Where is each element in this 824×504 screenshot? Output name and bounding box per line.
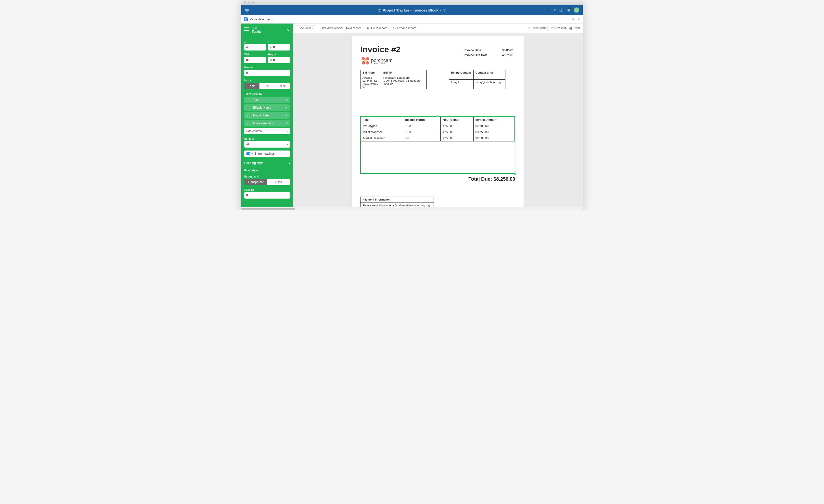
help-icon[interactable]: ? [559, 8, 563, 12]
x-input[interactable] [244, 44, 266, 50]
column-pill[interactable]: ⋮⋮Task✕ [244, 97, 290, 103]
total-due[interactable]: Total Due: $8,250.00 [360, 176, 515, 182]
avatar[interactable] [574, 7, 579, 13]
table-row[interactable]: Market Research8.0$250.00$2,000.00 [361, 135, 515, 141]
task-cell: $250.00 [441, 129, 473, 135]
bg-transparent[interactable]: Transparent [244, 179, 267, 185]
view-switcher[interactable]: Grid view ▾ [296, 25, 316, 31]
column-pill[interactable]: ⋮⋮Billable Hours✕ [244, 104, 290, 111]
show-headings-row[interactable]: Show headings [244, 150, 290, 157]
width-input[interactable] [244, 57, 266, 63]
done-editing-button[interactable]: ✕ Done editing [528, 26, 548, 30]
bill-table[interactable]: Bill From Bill To Airtable 12 34TH St Pl… [360, 70, 427, 89]
payment-line1: Please send all payments via wire to XXX… [363, 204, 395, 207]
present-button[interactable]: Present [551, 26, 566, 30]
svg-rect-9 [552, 27, 554, 29]
invoice-page[interactable]: Invoice #2 Invoice Date 3/28/2018 Invoic… [352, 36, 524, 207]
block-titlebar: ◧ Page designer ▾ ✕ [241, 15, 583, 23]
remove-column-icon[interactable]: ✕ [286, 106, 288, 109]
tasks-table-element[interactable]: TaskBillable HoursHourly RateInvoice Amo… [360, 116, 515, 174]
horizontal-scrollbar[interactable] [241, 207, 583, 210]
mode-list[interactable]: List [260, 83, 275, 89]
goto-record-button[interactable]: Go to record... [367, 26, 390, 30]
grip-icon[interactable]: ⋮⋮ [246, 106, 251, 109]
payment-info-box[interactable]: Payment Information Please send all paym… [360, 197, 434, 207]
contact-name: Feng Li [449, 80, 474, 89]
payment-line2: Or alternatively you may pay with a card… [395, 204, 432, 207]
title-caret-icon[interactable]: ▾ [440, 8, 441, 12]
app-header: Project Tracker - Invoices Block ▾ ? HEL… [241, 5, 583, 15]
bill-to-l1: Porchcam Singapore [383, 76, 424, 79]
width-label: Width [244, 53, 266, 56]
mode-segmented: Table List Inline [244, 83, 290, 89]
base-title[interactable]: Project Tracker - Invoices Block [383, 8, 438, 12]
contact-email: Feng@porchcam.sg [474, 80, 505, 89]
chevron-down-icon: ▾ [312, 26, 314, 30]
info-icon[interactable]: ? [443, 9, 446, 12]
remove-column-icon[interactable]: ✕ [286, 114, 288, 117]
mode-inline[interactable]: Inline [275, 83, 290, 89]
svg-rect-1 [379, 9, 380, 10]
close-block-icon[interactable]: ✕ [577, 17, 580, 21]
expand-record-button[interactable]: Expand record [393, 26, 416, 30]
traffic-min[interactable] [248, 1, 250, 4]
task-cell: $2,000.00 [473, 135, 515, 141]
flower-icon [362, 57, 369, 65]
prev-record-button[interactable]: ‹ Previous record [320, 26, 342, 30]
notifications-button[interactable]: 1 [567, 8, 571, 12]
bill-from-l1: Airtable [363, 76, 379, 79]
expand-icon [393, 27, 396, 29]
add-column-select[interactable]: Add column... ▾ [244, 128, 290, 134]
row-style-accordion[interactable]: Row style ‹ [244, 168, 290, 173]
view-name: Grid view [298, 26, 311, 30]
close-inspector-icon[interactable]: ✕ [287, 28, 290, 32]
next-record-button[interactable]: Next record › [346, 26, 364, 30]
remove-column-icon[interactable]: ✕ [286, 122, 288, 125]
grip-icon[interactable]: ⋮⋮ [246, 122, 251, 125]
present-label: Present [556, 26, 566, 30]
bill-to-cell: Porchcam Singapore 1 Lor 6 Toa Payoh, Si… [381, 75, 427, 89]
traffic-close[interactable] [244, 1, 246, 4]
heading-style-accordion[interactable]: Heading style ‹ [244, 160, 290, 166]
column-pill[interactable]: ⋮⋮Hourly Rate✕ [244, 112, 290, 119]
resize-handle-top[interactable] [437, 115, 439, 117]
task-cell: Initial proposal [361, 129, 403, 135]
design-canvas[interactable]: Invoice #2 Invoice Date 3/28/2018 Invoic… [293, 33, 583, 207]
print-label: Print [574, 26, 580, 30]
resize-handle-br[interactable] [514, 172, 516, 174]
column-pill[interactable]: ⋮⋮Invoice Amount✕ [244, 120, 290, 126]
borders-select[interactable]: All ▾ [244, 141, 290, 148]
rotation-input[interactable] [244, 70, 290, 76]
show-headings-toggle[interactable] [246, 152, 252, 155]
grip-icon[interactable]: ⋮⋮ [246, 114, 251, 117]
show-headings-label: Show headings [254, 152, 275, 155]
table-row[interactable]: Initial proposal15.0$250.00$3,750.00 [361, 129, 515, 135]
total-due-label: Total Due: [469, 176, 492, 181]
traffic-max[interactable] [252, 1, 255, 4]
grip-icon[interactable]: ⋮⋮ [246, 99, 251, 101]
rotation-label: Rotation [244, 66, 290, 69]
mode-table[interactable]: Table [244, 83, 260, 89]
help-link[interactable]: HELP [548, 9, 556, 11]
gear-icon[interactable] [572, 17, 575, 21]
height-input[interactable] [268, 57, 290, 63]
block-caret-icon[interactable]: ▾ [271, 17, 273, 21]
column-pill-label: Billable Hours [253, 106, 271, 109]
block-name[interactable]: Page designer [250, 17, 270, 21]
padding-input[interactable] [244, 192, 290, 199]
borders-value: All [246, 143, 249, 146]
y-input[interactable] [268, 44, 290, 50]
svg-text:?: ? [561, 9, 562, 11]
contact-table[interactable]: Billing Contact Contact Email Feng Li Fe… [449, 70, 505, 89]
contact-header: Billing Contact [449, 70, 474, 80]
scrollbar-thumb[interactable] [241, 208, 295, 210]
table-row[interactable]: Prototypes10.0$250.00$2,500.00 [361, 123, 515, 129]
mac-titlebar [241, 0, 583, 5]
task-cell: $3,750.00 [473, 129, 515, 135]
bg-filled[interactable]: Filled [267, 179, 290, 185]
print-button[interactable]: Print [569, 26, 580, 30]
invoice-dates: Invoice Date 3/28/2018 Invoice Due Date … [464, 48, 515, 58]
app-logo-icon[interactable] [245, 8, 249, 12]
remove-column-icon[interactable]: ✕ [286, 98, 288, 102]
bill-from-header: Bill From [360, 70, 381, 75]
